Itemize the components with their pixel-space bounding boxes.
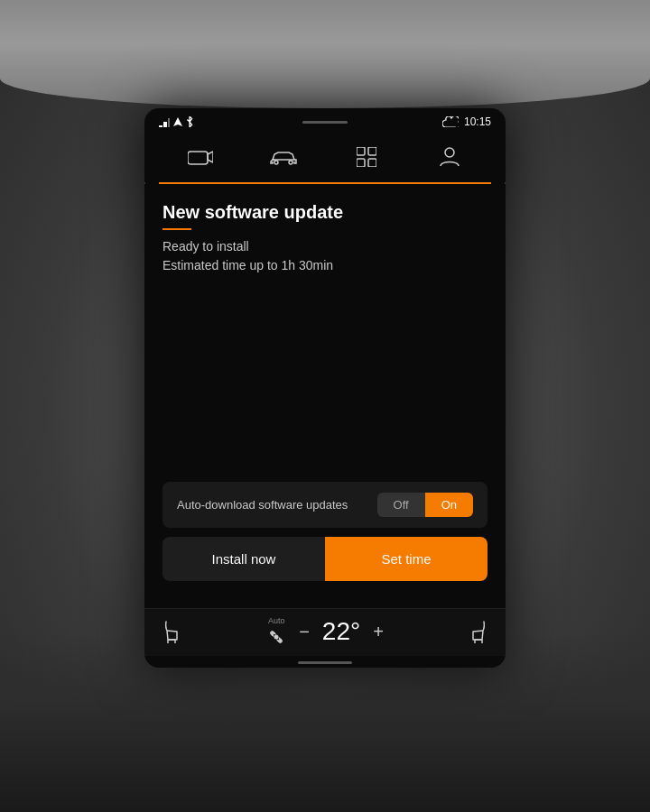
fan-container: Auto [266, 616, 286, 647]
temp-increase-button[interactable]: + [373, 622, 384, 642]
home-bar [298, 661, 352, 664]
temperature-display: 22° [322, 617, 360, 646]
svg-marker-5 [208, 152, 213, 162]
left-seat-icon[interactable] [162, 620, 182, 643]
svg-marker-3 [173, 117, 182, 126]
auto-download-row: Auto-download software updates Off On [162, 482, 488, 528]
update-ready: Ready to install Estimated time up to 1h… [162, 237, 488, 275]
svg-point-7 [289, 161, 292, 164]
svg-rect-4 [188, 152, 208, 164]
svg-rect-11 [368, 159, 376, 167]
off-button[interactable]: Off [377, 493, 425, 517]
status-left [159, 116, 193, 127]
set-time-button[interactable]: Set time [325, 537, 488, 581]
cloud-icon [442, 116, 459, 127]
main-content: New software update Ready to install Est… [144, 184, 506, 608]
status-bar: 10:15 [144, 108, 506, 134]
svg-point-13 [274, 635, 279, 640]
nav-bar [144, 134, 506, 182]
orange-accent-bar [162, 228, 191, 230]
install-now-button[interactable]: Install now [162, 537, 325, 581]
on-button[interactable]: On [425, 493, 473, 517]
svg-marker-2 [168, 118, 170, 127]
svg-point-6 [274, 161, 278, 164]
fan-auto-label: Auto [268, 616, 285, 625]
action-buttons: Install now Set time [162, 537, 488, 581]
climate-controls: Auto − 22° + [266, 616, 384, 647]
svg-rect-8 [357, 147, 365, 155]
bluetooth-icon [186, 116, 193, 127]
nav-profile[interactable] [433, 141, 466, 173]
svg-marker-1 [163, 122, 167, 127]
update-title: New software update [162, 202, 488, 223]
svg-rect-10 [357, 159, 365, 167]
status-right: 10:15 [442, 115, 491, 128]
infotainment-screen: 10:15 [144, 108, 506, 668]
temp-decrease-button[interactable]: − [299, 622, 310, 642]
svg-rect-9 [368, 147, 376, 155]
nav-car[interactable] [267, 141, 300, 173]
nav-apps[interactable] [350, 141, 383, 173]
on-off-toggle[interactable]: Off On [377, 493, 473, 517]
right-seat-icon[interactable] [468, 620, 488, 643]
clock: 10:15 [464, 115, 491, 128]
auto-download-label: Auto-download software updates [177, 498, 348, 512]
home-indicator [144, 656, 506, 668]
svg-point-12 [445, 148, 454, 157]
climate-bar: Auto − 22° + [144, 608, 506, 656]
nav-icon [173, 117, 182, 126]
fan-icon[interactable] [266, 627, 286, 647]
svg-marker-0 [159, 125, 162, 127]
nav-camera[interactable] [184, 141, 217, 173]
signal-icon [159, 116, 170, 127]
status-divider [302, 121, 348, 124]
